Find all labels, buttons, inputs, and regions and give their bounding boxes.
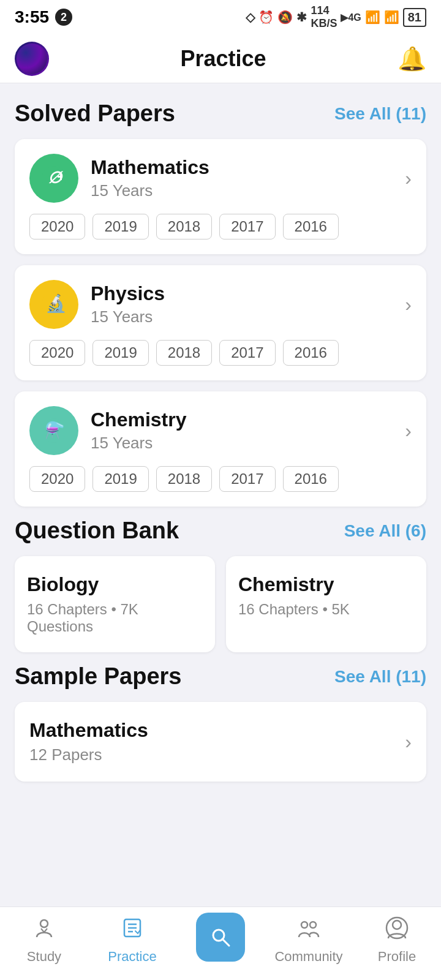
svg-text:🔬: 🔬	[45, 293, 67, 314]
avatar[interactable]	[15, 42, 49, 76]
status-time: 3:55	[15, 7, 49, 27]
nav-community[interactable]: Community	[265, 916, 353, 965]
math-year-tags: 2020 2019 2018 2017 2016	[29, 214, 412, 239]
physics-chevron-icon: ›	[405, 293, 412, 316]
svg-point-16	[310, 922, 316, 928]
nav-study[interactable]: Study	[0, 916, 88, 965]
chemistry-svg-icon: ⚗️	[40, 417, 67, 444]
math-svg-icon: ∅	[40, 165, 67, 192]
svg-point-8	[40, 920, 48, 927]
physics-year-tags: 2020 2019 2018 2017 2016	[29, 340, 412, 366]
chemistry-year-2016[interactable]: 2016	[283, 466, 339, 492]
math-subject-name: Mathematics	[91, 156, 209, 179]
math-years-label: 15 Years	[91, 181, 209, 200]
study-icon	[32, 916, 56, 945]
physics-icon: 🔬	[29, 280, 78, 329]
math-sample-title: Mathematics	[29, 719, 148, 742]
practice-label: Practice	[108, 949, 156, 965]
solved-papers-header: Solved Papers See All (11)	[15, 100, 426, 127]
physics-year-2017[interactable]: 2017	[219, 340, 275, 366]
sample-papers-header: Sample Papers See All (11)	[15, 663, 426, 690]
chemistry-year-tags: 2020 2019 2018 2017 2016	[29, 466, 412, 492]
status-bar: 3:55 2 ◇ ⏰ 🔕 ✱ 114KB/S ▶4G 📶 📶 81	[0, 0, 441, 34]
nav-search[interactable]	[176, 913, 265, 969]
physics-year-2016[interactable]: 2016	[283, 340, 339, 366]
math-card-info: Mathematics 15 Years	[91, 156, 209, 200]
community-label: Community	[274, 949, 342, 965]
math-year-2018[interactable]: 2018	[156, 214, 212, 239]
svg-line-14	[222, 939, 229, 946]
physics-svg-icon: 🔬	[40, 291, 67, 318]
study-label: Study	[27, 949, 61, 965]
svg-point-17	[393, 921, 401, 929]
chemistry-icon: ⚗️	[29, 406, 78, 455]
chemistry-year-2019[interactable]: 2019	[92, 466, 148, 492]
physics-year-2018[interactable]: 2018	[156, 340, 212, 366]
question-bank-header: Question Bank See All (6)	[15, 518, 426, 544]
top-nav: Practice 🔔	[0, 34, 441, 83]
math-year-2020[interactable]: 2020	[29, 214, 85, 239]
biology-title: Biology	[27, 573, 203, 596]
svg-rect-3	[60, 173, 62, 180]
question-bank-cards: Biology 16 Chapters • 7K Questions Chemi…	[15, 556, 426, 652]
chemistry-chevron-icon: ›	[405, 420, 412, 442]
solved-papers-see-all[interactable]: See All (11)	[334, 104, 426, 124]
physics-year-2019[interactable]: 2019	[92, 340, 148, 366]
search-button[interactable]	[196, 913, 245, 962]
biology-sub: 16 Chapters • 7K Questions	[27, 601, 203, 635]
math-sample-card[interactable]: Mathematics 12 Papers ›	[15, 702, 426, 782]
physics-card[interactable]: 🔬 Physics 15 Years › 2020 2019 2018 2017…	[15, 265, 426, 380]
physics-card-info: Physics 15 Years	[91, 282, 165, 326]
community-icon	[297, 916, 320, 945]
chemistry-year-2020[interactable]: 2020	[29, 466, 85, 492]
biology-qbank-card[interactable]: Biology 16 Chapters • 7K Questions	[15, 556, 215, 652]
math-sample-sub: 12 Papers	[29, 745, 148, 764]
physics-year-2020[interactable]: 2020	[29, 340, 85, 366]
svg-text:⚗️: ⚗️	[45, 420, 65, 440]
chemistry-card[interactable]: ⚗️ Chemistry 15 Years › 2020 2019 2018 2…	[15, 391, 426, 507]
sample-papers-title: Sample Papers	[15, 663, 181, 690]
chemistry-year-2018[interactable]: 2018	[156, 466, 212, 492]
math-year-2019[interactable]: 2019	[92, 214, 148, 239]
math-year-2016[interactable]: 2016	[283, 214, 339, 239]
chemistry-card-info: Chemistry 15 Years	[91, 409, 187, 453]
practice-icon	[121, 916, 144, 945]
svg-point-15	[301, 922, 307, 928]
bell-icon[interactable]: 🔔	[398, 45, 426, 72]
question-bank-see-all[interactable]: See All (6)	[344, 521, 426, 541]
math-year-2017[interactable]: 2017	[219, 214, 275, 239]
chemistry-subject-name: Chemistry	[91, 409, 187, 431]
chemistry-years-label: 15 Years	[91, 434, 187, 453]
physics-subject-name: Physics	[91, 282, 165, 305]
profile-label: Profile	[378, 949, 416, 965]
chemistry-qbank-card[interactable]: Chemistry 16 Chapters • 5K	[226, 556, 426, 652]
mathematics-card[interactable]: ∅ Mathematics 15 Years › 2020 2019 2018 …	[15, 139, 426, 254]
chem-qbank-title: Chemistry	[238, 573, 414, 596]
notification-count: 2	[55, 9, 72, 26]
status-icons: ◇ ⏰ 🔕 ✱ 114KB/S ▶4G 📶 📶 81	[246, 4, 426, 30]
page-title: Practice	[180, 46, 266, 72]
chem-qbank-sub: 16 Chapters • 5K	[238, 601, 414, 618]
main-content: Solved Papers See All (11) ∅ Mathematics…	[0, 83, 441, 782]
nav-profile[interactable]: Profile	[353, 916, 441, 965]
profile-icon	[385, 916, 409, 945]
math-sample-info: Mathematics 12 Papers	[29, 719, 148, 764]
math-icon: ∅	[29, 154, 78, 203]
physics-years-label: 15 Years	[91, 307, 165, 326]
sample-chevron-icon: ›	[405, 731, 412, 753]
sample-papers-see-all[interactable]: See All (11)	[334, 667, 426, 687]
question-bank-title: Question Bank	[15, 518, 179, 544]
bottom-nav: Study Practice	[0, 907, 441, 980]
nav-practice[interactable]: Practice	[88, 916, 176, 965]
math-chevron-icon: ›	[405, 167, 412, 190]
solved-papers-title: Solved Papers	[15, 100, 175, 127]
chemistry-year-2017[interactable]: 2017	[219, 466, 275, 492]
